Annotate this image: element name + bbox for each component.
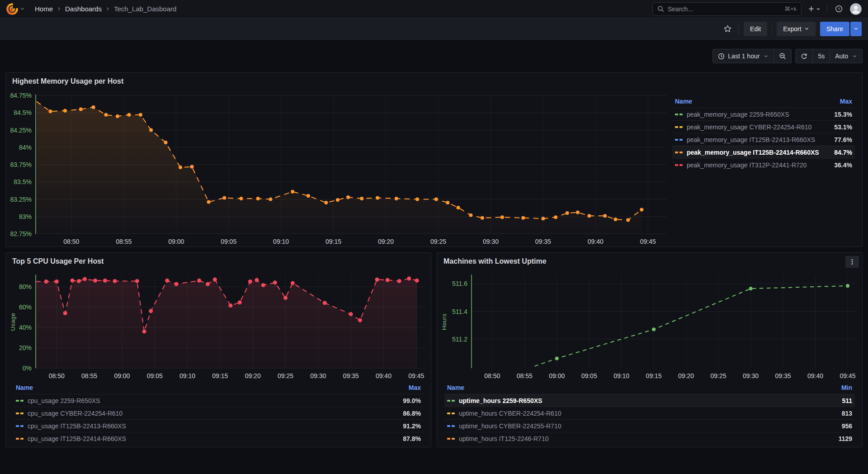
- series-value: 53.1%: [834, 123, 852, 131]
- legend-value-header[interactable]: Max: [409, 384, 421, 391]
- legend-row[interactable]: peak_memory_usage 2259-R650XS15.3%: [672, 108, 855, 120]
- svg-text:09:10: 09:10: [613, 372, 629, 379]
- series-value: 15.3%: [834, 111, 852, 118]
- panel-title[interactable]: Highest Memory Usage per Host: [12, 77, 123, 85]
- series-value: 956: [842, 422, 852, 430]
- legend-row[interactable]: cpu_usage IT125B-22413-R660XS91.2%: [13, 419, 424, 432]
- series-value: 99.0%: [403, 397, 421, 404]
- legend-row[interactable]: peak_memory_usage IT312P-22441-R72036.4%: [672, 158, 855, 171]
- refresh-interval-picker[interactable]: Auto: [830, 49, 862, 63]
- chevron-right-icon: [105, 6, 110, 11]
- legend-name-header[interactable]: Name: [675, 98, 692, 105]
- legend-name-header[interactable]: Name: [16, 384, 33, 391]
- svg-text:84.5%: 84.5%: [14, 109, 32, 116]
- search-shortcut: ⌘+k: [784, 5, 797, 12]
- series-name: cpu_usage CYBER-224254-R610: [28, 410, 399, 417]
- export-button[interactable]: Export: [777, 22, 815, 36]
- svg-text:83.25%: 83.25%: [10, 196, 32, 203]
- svg-text:09:40: 09:40: [588, 238, 604, 245]
- time-range-picker[interactable]: Last 1 hour: [713, 49, 774, 63]
- series-value: 84.7%: [834, 149, 852, 156]
- breadcrumb-item[interactable]: Home: [35, 5, 53, 13]
- legend-row[interactable]: uptime_hours 2259-R650XS511: [444, 394, 855, 407]
- legend-row[interactable]: peak_memory_usage CYBER-224254-R61053.1%: [672, 120, 855, 133]
- legend-value-header[interactable]: Min: [841, 384, 852, 391]
- series-name: uptime_hours 2259-R650XS: [459, 397, 838, 404]
- chevron-down-icon: [764, 54, 769, 59]
- svg-text:09:20: 09:20: [678, 372, 694, 379]
- legend-row[interactable]: cpu_usage IT125B-22414-R660XS87.8%: [13, 432, 424, 445]
- breadcrumb-item[interactable]: Dashboards: [65, 5, 102, 13]
- uptime-chart[interactable]: 08:5008:5509:0009:0509:1009:1509:2009:25…: [437, 270, 862, 382]
- svg-text:09:30: 09:30: [483, 238, 499, 245]
- share-button[interactable]: Share: [820, 22, 849, 36]
- svg-text:09:25: 09:25: [278, 372, 293, 379]
- divider: [772, 24, 772, 34]
- help-button[interactable]: ?: [832, 2, 845, 16]
- svg-text:08:50: 08:50: [484, 372, 500, 379]
- cpu-chart[interactable]: 08:5008:5509:0009:0509:1009:1509:2009:25…: [6, 270, 431, 382]
- dashboard-toolbar: Edit Export Share: [0, 18, 868, 40]
- favorite-button[interactable]: [721, 22, 734, 36]
- memory-chart[interactable]: 08:5008:5509:0009:0509:1009:1509:2009:25…: [6, 90, 672, 247]
- svg-text:09:45: 09:45: [408, 372, 424, 379]
- search-icon: [657, 5, 664, 12]
- svg-text:08:50: 08:50: [63, 238, 79, 245]
- avatar[interactable]: [850, 3, 862, 15]
- panel-menu-button[interactable]: [845, 256, 859, 268]
- svg-text:09:15: 09:15: [646, 372, 662, 379]
- svg-text:09:00: 09:00: [549, 372, 565, 379]
- series-swatch: [675, 164, 683, 166]
- legend-row[interactable]: cpu_usage 2259-R650XS99.0%: [13, 394, 424, 407]
- svg-text:09:35: 09:35: [343, 372, 359, 379]
- search-box[interactable]: ⌘+k: [652, 2, 802, 16]
- grafana-logo-button[interactable]: [6, 3, 25, 15]
- refresh-button[interactable]: [796, 49, 812, 63]
- add-new-button[interactable]: [806, 2, 822, 16]
- svg-text:82.75%: 82.75%: [10, 230, 32, 237]
- legend-row[interactable]: uptime_hours CYBER-224254-R610813: [444, 407, 855, 419]
- chevron-down-icon: [816, 7, 821, 11]
- series-value: 511: [842, 397, 852, 404]
- legend-row[interactable]: cpu_usage CYBER-224254-R61086.8%: [13, 407, 424, 419]
- panel-title[interactable]: Top 5 CPU Usage Per Host: [12, 257, 104, 265]
- chevron-down-icon: [804, 26, 809, 31]
- share-menu-button[interactable]: [850, 22, 862, 36]
- series-name: uptime_hours CYBER-224254-R610: [459, 410, 838, 417]
- svg-text:08:55: 08:55: [116, 238, 132, 245]
- series-swatch: [447, 425, 455, 427]
- svg-text:09:25: 09:25: [430, 238, 446, 245]
- series-name: peak_memory_usage IT125B-22413-R660XS: [687, 136, 830, 143]
- series-swatch: [16, 412, 24, 414]
- series-name: cpu_usage IT125B-22414-R660XS: [28, 435, 399, 442]
- uptime-legend: Name Min uptime_hours 2259-R650XS511upti…: [437, 382, 862, 447]
- legend-row[interactable]: uptime_hours IT125-2246-R7101129: [444, 432, 855, 445]
- breadcrumb: HomeDashboardsTech_Lab_Dasboard: [35, 5, 176, 13]
- svg-text:83.5%: 83.5%: [14, 178, 32, 185]
- cpu-legend: Name Max cpu_usage 2259-R650XS99.0%cpu_u…: [6, 382, 431, 447]
- svg-text:09:00: 09:00: [114, 372, 130, 379]
- svg-text:84.25%: 84.25%: [10, 127, 32, 134]
- series-swatch: [16, 425, 24, 427]
- series-swatch: [447, 438, 455, 440]
- legend-value-header[interactable]: Max: [840, 98, 852, 105]
- svg-text:09:10: 09:10: [273, 238, 289, 245]
- svg-text:09:20: 09:20: [245, 372, 261, 379]
- legend-name-header[interactable]: Name: [447, 384, 464, 391]
- legend-row[interactable]: peak_memory_usage IT125B-22414-R660XS84.…: [672, 146, 855, 158]
- zoom-out-button[interactable]: [774, 49, 791, 63]
- chevron-down-icon: [20, 6, 25, 11]
- divider: [827, 5, 827, 13]
- search-input[interactable]: [668, 5, 781, 13]
- panel-title[interactable]: Machines with Lowest Uptime: [443, 257, 547, 265]
- series-value: 91.2%: [403, 422, 421, 430]
- svg-text:09:15: 09:15: [212, 372, 228, 379]
- refresh-interval-value[interactable]: 5s: [812, 49, 830, 63]
- legend-row[interactable]: peak_memory_usage IT125B-22413-R660XS77.…: [672, 133, 855, 146]
- series-value: 36.4%: [834, 161, 852, 169]
- breadcrumb-item[interactable]: Tech_Lab_Dasboard: [114, 5, 176, 13]
- svg-text:09:05: 09:05: [581, 372, 597, 379]
- series-value: 77.6%: [834, 136, 852, 143]
- legend-row[interactable]: uptime_hours CYBER-224255-R710956: [444, 419, 855, 432]
- edit-button[interactable]: Edit: [744, 22, 767, 36]
